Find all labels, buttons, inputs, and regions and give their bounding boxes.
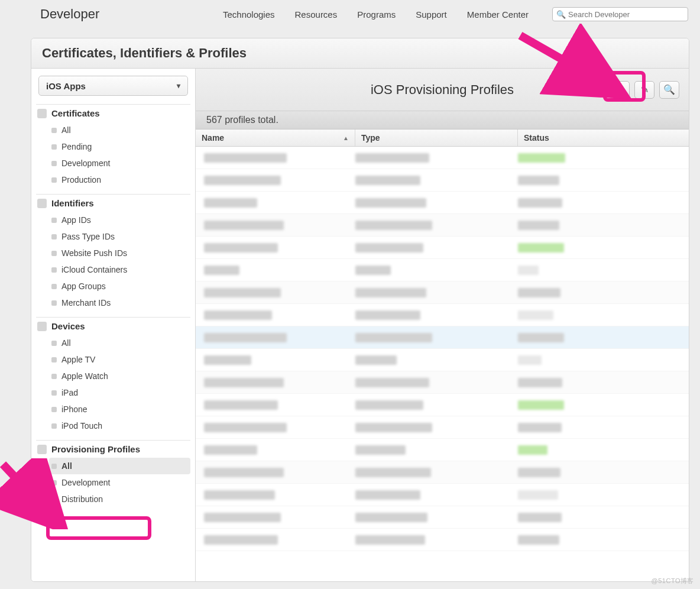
- sidebar-item-devices-all[interactable]: All: [49, 335, 190, 351]
- bullet-icon: [51, 357, 57, 363]
- table-row[interactable]: [196, 416, 689, 439]
- column-header-status[interactable]: Status: [518, 130, 689, 146]
- table-row[interactable]: [196, 506, 689, 529]
- column-header-name[interactable]: Name ▲: [196, 130, 355, 146]
- bullet-icon: [51, 218, 57, 223]
- search-field[interactable]: 🔍: [552, 7, 688, 21]
- table-row[interactable]: [196, 349, 689, 371]
- column-header-type[interactable]: Type: [355, 130, 518, 146]
- nav-link-programs[interactable]: Programs: [357, 9, 396, 20]
- bullet-icon: [51, 480, 57, 486]
- sidebar-item-provisioning-development[interactable]: Development: [49, 474, 190, 491]
- table-row[interactable]: [196, 281, 689, 304]
- sidebar-item-certificates-all[interactable]: All: [49, 122, 190, 138]
- nav-link-member-center[interactable]: Member Center: [467, 9, 529, 20]
- section-title: Identifiers: [51, 198, 94, 208]
- section-header-certificates: Certificates: [36, 104, 190, 122]
- sidebar-item-label: All: [61, 125, 71, 135]
- table-row[interactable]: [196, 461, 689, 484]
- table-row[interactable]: [196, 147, 689, 169]
- search-button[interactable]: 🔍: [659, 81, 679, 99]
- edit-button[interactable]: ✎: [634, 81, 654, 99]
- bullet-icon: [51, 161, 57, 166]
- main-panel: iOS Provisioning Profiles ＋ ✎ 🔍 567 prof…: [196, 69, 689, 581]
- global-nav: Developer Technologies Resources Program…: [0, 0, 700, 28]
- sidebar-item-label: iCloud Containers: [61, 265, 127, 274]
- table-row[interactable]: [196, 214, 689, 237]
- watermark: @51CTO博客: [652, 577, 694, 585]
- nav-link-support[interactable]: Support: [416, 9, 447, 20]
- sidebar-item-provisioning-distribution[interactable]: Distribution: [49, 491, 190, 507]
- search-input[interactable]: [568, 10, 684, 19]
- bullet-icon: [51, 390, 57, 396]
- sidebar-item-certificates-development[interactable]: Development: [49, 155, 190, 171]
- sidebar-item-app-groups[interactable]: App Groups: [49, 278, 190, 294]
- count-text: 567 profiles total.: [206, 115, 278, 125]
- bullet-icon: [51, 284, 57, 289]
- sidebar-item-label: Production: [61, 175, 101, 185]
- bullet-icon: [51, 300, 57, 306]
- sidebar-item-pass-type-ids[interactable]: Pass Type IDs: [49, 228, 190, 245]
- column-label: Name: [202, 133, 224, 143]
- sidebar-item-merchant-ids[interactable]: Merchant IDs: [49, 294, 190, 311]
- table-row[interactable]: [196, 259, 689, 281]
- sidebar-item-label: Pass Type IDs: [61, 232, 115, 241]
- bullet-icon: [51, 177, 57, 183]
- sidebar-item-ipod-touch[interactable]: iPod Touch: [49, 418, 190, 434]
- sidebar-item-label: App Groups: [61, 281, 106, 291]
- section-devices: Devices All Apple TV Apple Watch iPad iP…: [36, 317, 190, 434]
- table-row[interactable]: [196, 439, 689, 461]
- bullet-icon: [51, 423, 57, 429]
- page-title: Certificates, Identifiers & Profiles: [42, 46, 678, 61]
- bullet-icon: [51, 407, 57, 412]
- bullet-icon: [51, 251, 57, 256]
- platform-selector-label: iOS Apps: [46, 81, 86, 91]
- table-row[interactable]: [196, 192, 689, 214]
- magnifier-icon: 🔍: [663, 84, 675, 95]
- sidebar-item-apple-watch[interactable]: Apple Watch: [49, 368, 190, 384]
- sidebar-item-label: Development: [61, 478, 111, 487]
- bullet-icon: [51, 497, 57, 502]
- devices-icon: [37, 322, 47, 331]
- sidebar-item-label: Website Push IDs: [61, 248, 127, 258]
- sidebar-item-label: iPhone: [61, 404, 88, 414]
- table-row[interactable]: [196, 484, 689, 506]
- table-row[interactable]: [196, 326, 689, 349]
- sidebar-item-label: Apple TV: [61, 355, 95, 364]
- section-header-devices: Devices: [36, 317, 190, 335]
- section-title: Provisioning Profiles: [51, 444, 140, 454]
- table-row[interactable]: [196, 371, 689, 394]
- sidebar-item-provisioning-all[interactable]: All: [49, 458, 190, 474]
- page-container: Certificates, Identifiers & Profiles iOS…: [31, 38, 689, 582]
- add-button[interactable]: ＋: [610, 81, 630, 99]
- provisioning-icon: [37, 445, 47, 454]
- sidebar-item-ipad[interactable]: iPad: [49, 384, 190, 401]
- table-body[interactable]: [196, 147, 689, 581]
- sidebar-item-certificates-pending[interactable]: Pending: [49, 138, 190, 155]
- table-row[interactable]: [196, 237, 689, 259]
- sidebar-item-apple-tv[interactable]: Apple TV: [49, 351, 190, 368]
- sidebar: iOS Apps ▾ Certificates All Pending Deve…: [31, 69, 196, 581]
- sidebar-item-website-push-ids[interactable]: Website Push IDs: [49, 245, 190, 261]
- table-row[interactable]: [196, 304, 689, 326]
- nav-link-technologies[interactable]: Technologies: [223, 9, 275, 20]
- sidebar-item-app-ids[interactable]: App IDs: [49, 212, 190, 228]
- table-row[interactable]: [196, 529, 689, 551]
- sort-asc-icon: ▲: [343, 135, 349, 141]
- platform-selector[interactable]: iOS Apps ▾: [38, 76, 188, 96]
- brand-label: Developer: [40, 7, 99, 22]
- table-row[interactable]: [196, 394, 689, 416]
- table-row[interactable]: [196, 169, 689, 192]
- sidebar-item-iphone[interactable]: iPhone: [49, 401, 190, 418]
- nav-link-resources[interactable]: Resources: [295, 9, 338, 20]
- sidebar-item-icloud-containers[interactable]: iCloud Containers: [49, 261, 190, 278]
- sidebar-item-certificates-production[interactable]: Production: [49, 171, 190, 188]
- section-header-identifiers: Identifiers: [36, 194, 190, 212]
- column-label: Status: [524, 133, 549, 143]
- chevron-down-icon: ▾: [177, 82, 180, 90]
- sidebar-item-label: Distribution: [61, 494, 103, 504]
- main-header: iOS Provisioning Profiles ＋ ✎ 🔍: [196, 69, 689, 111]
- nav-links: Technologies Resources Programs Support …: [223, 9, 529, 20]
- main-title: iOS Provisioning Profiles: [371, 82, 514, 98]
- section-header-provisioning: Provisioning Profiles: [36, 440, 190, 458]
